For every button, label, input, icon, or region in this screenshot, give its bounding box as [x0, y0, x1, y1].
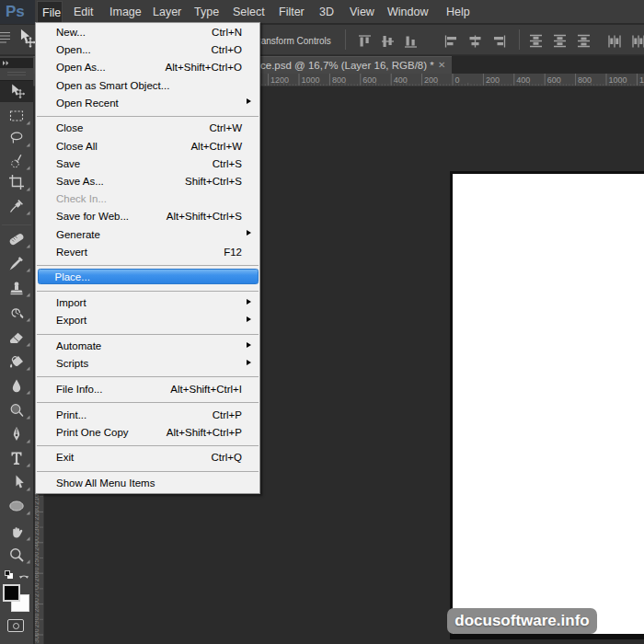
svg-text:600: 600	[362, 75, 376, 85]
svg-text:400: 400	[394, 75, 408, 85]
svg-text:1000: 1000	[302, 75, 320, 85]
svg-text:400: 400	[516, 75, 530, 85]
svg-text:2200: 2200	[35, 506, 40, 521]
svg-text:0: 0	[455, 75, 460, 85]
svg-text:1000: 1000	[609, 75, 627, 85]
svg-text:3000: 3000	[35, 628, 40, 643]
svg-text:800: 800	[578, 75, 592, 85]
svg-text:2500: 2500	[35, 552, 40, 567]
svg-text:2700: 2700	[35, 582, 40, 597]
svg-text:200: 200	[486, 75, 500, 85]
svg-text:200: 200	[424, 75, 438, 85]
svg-text:2800: 2800	[35, 598, 40, 613]
svg-text:2600: 2600	[35, 568, 40, 582]
svg-text:2900: 2900	[35, 614, 40, 628]
svg-text:800: 800	[332, 75, 346, 85]
svg-text:2300: 2300	[35, 521, 40, 535]
svg-text:1200: 1200	[639, 75, 644, 85]
svg-text:2400: 2400	[35, 536, 40, 551]
svg-text:1200: 1200	[270, 75, 289, 85]
svg-text:600: 600	[547, 75, 561, 85]
